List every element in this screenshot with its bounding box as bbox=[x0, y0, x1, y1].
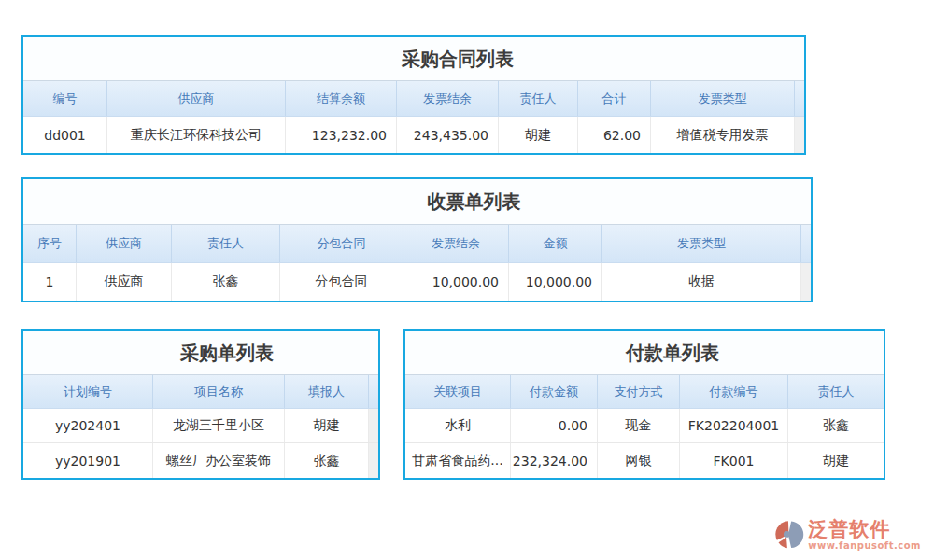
column-header: 合计 bbox=[578, 81, 651, 116]
column-header: 分包合同 bbox=[280, 225, 403, 262]
column-header: 编号 bbox=[23, 81, 107, 116]
column-header: 责任人 bbox=[172, 225, 280, 262]
column-header: 计划编号 bbox=[23, 375, 153, 408]
table-cell: 增值税专用发票 bbox=[651, 117, 795, 153]
scrollbar-track bbox=[369, 443, 378, 478]
table-cell: 232,324.00 bbox=[511, 443, 598, 478]
scrollbar-track bbox=[369, 409, 378, 442]
table-cell: 龙湖三千里小区 bbox=[153, 409, 285, 442]
column-header: 责任人 bbox=[499, 81, 578, 116]
scrollbar-track bbox=[795, 81, 804, 116]
column-header: 责任人 bbox=[788, 375, 884, 408]
table-cell: yy202401 bbox=[23, 409, 153, 442]
column-header: 发票类型 bbox=[651, 81, 795, 116]
scrollbar-track bbox=[795, 117, 804, 153]
table-cell: 62.00 bbox=[578, 117, 651, 153]
table-cell: 收据 bbox=[602, 263, 801, 301]
payment-header: 关联项目 付款金额 支付方式 付款编号 责任人 bbox=[405, 374, 884, 409]
table-title-text: 收票单列表 bbox=[428, 189, 521, 215]
table-cell: 张鑫 bbox=[285, 443, 369, 478]
fanpu-watermark: 泛普软件 www.fanpusoft.com bbox=[773, 519, 921, 551]
purchase-order-table: 采购单列表 计划编号 项目名称 填报人 yy202401 龙湖三千里小区 胡建 … bbox=[21, 329, 380, 480]
table-row[interactable]: 1 供应商 张鑫 分包合同 10,000.00 10,000.00 收据 bbox=[23, 263, 811, 301]
column-header: 付款编号 bbox=[680, 375, 788, 408]
table-title-text: 采购单列表 bbox=[180, 341, 274, 366]
column-header: 发票类型 bbox=[602, 225, 801, 262]
table-cell: 0.00 bbox=[511, 409, 598, 442]
column-header: 供应商 bbox=[77, 225, 172, 262]
column-header: 发票结余 bbox=[397, 81, 499, 116]
payment-title: 付款单列表 bbox=[405, 331, 884, 374]
table-cell: 胡建 bbox=[788, 443, 884, 478]
table-row[interactable]: yy201901 螺丝厂办公室装饰 张鑫 bbox=[23, 443, 378, 478]
table-cell: 网银 bbox=[598, 443, 680, 478]
page: 采购合同列表 编号 供应商 结算余额 发票结余 责任人 合计 发票类型 dd00… bbox=[0, 0, 934, 560]
table-cell: 水利 bbox=[405, 409, 511, 442]
brand-box: 泛普软件 www.fanpusoft.com bbox=[808, 519, 921, 550]
table-cell: 123,232.00 bbox=[286, 117, 397, 153]
column-header: 支付方式 bbox=[598, 375, 680, 408]
table-cell: 胡建 bbox=[285, 409, 369, 442]
brand-url-link[interactable]: www.fanpusoft.com bbox=[808, 540, 921, 551]
purchase-contract-header: 编号 供应商 结算余额 发票结余 责任人 合计 发票类型 bbox=[23, 80, 804, 117]
brand-name: 泛普软件 bbox=[808, 519, 890, 539]
table-cell: FK001 bbox=[680, 443, 788, 478]
table-cell: 重庆长江环保科技公司 bbox=[107, 117, 286, 153]
column-header: 供应商 bbox=[107, 81, 286, 116]
table-cell: 供应商 bbox=[77, 263, 172, 301]
table-title-text: 采购合同列表 bbox=[402, 47, 514, 72]
table-row[interactable]: 甘肃省食品药... 232,324.00 网银 FK001 胡建 bbox=[405, 443, 884, 478]
fanpu-logo-icon bbox=[773, 519, 805, 551]
purchase-contract-title: 采购合同列表 bbox=[23, 37, 804, 80]
purchase-order-title: 采购单列表 bbox=[23, 331, 378, 374]
table-cell: 10,000.00 bbox=[403, 263, 509, 301]
receipt-title: 收票单列表 bbox=[23, 179, 811, 224]
table-row[interactable]: 水利 0.00 现金 FK202204001 张鑫 bbox=[405, 409, 884, 443]
column-header: 序号 bbox=[23, 225, 77, 262]
table-cell: 甘肃省食品药... bbox=[405, 443, 511, 478]
column-header: 填报人 bbox=[285, 375, 369, 408]
table-row[interactable]: yy202401 龙湖三千里小区 胡建 bbox=[23, 409, 378, 443]
column-header: 付款金额 bbox=[511, 375, 598, 408]
table-cell: 分包合同 bbox=[280, 263, 403, 301]
table-row[interactable]: dd001 重庆长江环保科技公司 123,232.00 243,435.00 胡… bbox=[23, 117, 804, 153]
column-header: 项目名称 bbox=[153, 375, 285, 408]
purchase-order-header: 计划编号 项目名称 填报人 bbox=[23, 374, 378, 409]
table-cell: 1 bbox=[23, 263, 77, 301]
payment-table: 付款单列表 关联项目 付款金额 支付方式 付款编号 责任人 水利 0.00 现金… bbox=[403, 329, 885, 480]
table-cell: 张鑫 bbox=[788, 409, 884, 442]
table-cell: 张鑫 bbox=[172, 263, 280, 301]
table-cell: yy201901 bbox=[23, 443, 153, 478]
column-header: 发票结余 bbox=[403, 225, 509, 262]
purchase-contract-table: 采购合同列表 编号 供应商 结算余额 发票结余 责任人 合计 发票类型 dd00… bbox=[21, 35, 806, 155]
table-cell: 243,435.00 bbox=[397, 117, 499, 153]
scrollbar-track bbox=[801, 225, 811, 262]
table-cell: 螺丝厂办公室装饰 bbox=[153, 443, 285, 478]
table-cell: 现金 bbox=[598, 409, 680, 442]
receipt-header: 序号 供应商 责任人 分包合同 发票结余 金额 发票类型 bbox=[23, 224, 811, 263]
receipt-table: 收票单列表 序号 供应商 责任人 分包合同 发票结余 金额 发票类型 1 供应商… bbox=[21, 177, 813, 302]
table-cell: dd001 bbox=[23, 117, 107, 153]
column-header: 关联项目 bbox=[405, 375, 511, 408]
scrollbar-track bbox=[369, 375, 378, 408]
column-header: 金额 bbox=[509, 225, 602, 262]
column-header: 结算余额 bbox=[286, 81, 397, 116]
table-cell: FK202204001 bbox=[680, 409, 788, 442]
scrollbar-track bbox=[801, 263, 811, 301]
table-cell: 10,000.00 bbox=[509, 263, 602, 301]
table-cell: 胡建 bbox=[499, 117, 578, 153]
table-title-text: 付款单列表 bbox=[626, 341, 719, 366]
